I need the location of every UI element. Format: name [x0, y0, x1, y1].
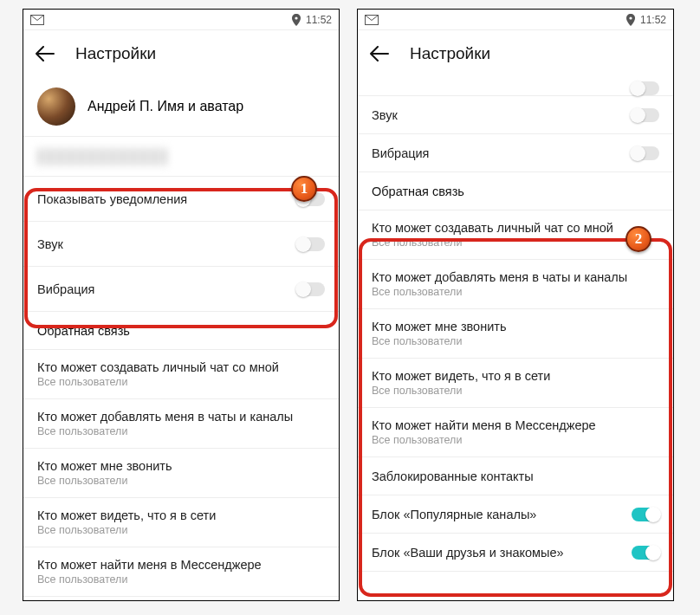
appbar: Настройки	[358, 30, 673, 77]
privacy-value: Все пользователи	[37, 524, 325, 536]
annotation-badge-1: 1	[291, 176, 317, 202]
privacy-value: Все пользователи	[37, 475, 325, 487]
privacy-title: Кто может видеть, что я в сети	[372, 369, 659, 383]
cut-off-row[interactable]	[358, 77, 673, 96]
switch-icon[interactable]	[632, 508, 659, 521]
toggle-vibration[interactable]: Вибрация	[358, 134, 673, 172]
feedback-label: Обратная связь	[372, 184, 659, 198]
toggle-vibration[interactable]: Вибрация	[23, 267, 339, 312]
statusbar-time: 11:52	[306, 14, 332, 26]
profile-row[interactable]: Андрей П. Имя и аватар	[23, 77, 339, 137]
privacy-item[interactable]: Кто может мне звонить Все пользователи	[23, 449, 339, 498]
toggle-popular-block[interactable]: Блок «Популярные каналы»	[358, 495, 673, 534]
privacy-value: Все пользователи	[37, 376, 325, 388]
privacy-value: Все пользователи	[37, 573, 325, 586]
privacy-title: Кто может мне звонить	[372, 320, 659, 333]
toggle-label: Вибрация	[372, 146, 632, 160]
blocked-label: Заблокированные контакты	[372, 469, 659, 483]
privacy-value: Все пользователи	[372, 335, 659, 347]
privacy-title: Кто может найти меня в Мессенджере	[37, 558, 325, 572]
settings-content-left: Андрей П. Имя и аватар Показывать уведом…	[23, 77, 339, 600]
page-title: Настройки	[410, 44, 490, 63]
appbar: Настройки	[23, 30, 339, 77]
svg-point-3	[629, 16, 632, 19]
privacy-item[interactable]: Кто может добавлять меня в чаты и каналы…	[358, 260, 673, 309]
switch-icon[interactable]	[297, 237, 325, 251]
switch-icon[interactable]	[297, 282, 325, 296]
profile-subtitle: Имя и аватар	[157, 99, 243, 113]
privacy-item[interactable]: Кто может найти меня в Мессенджере Все п…	[23, 547, 339, 597]
privacy-title: Кто может мне звонить	[37, 459, 325, 473]
blocked-contacts-row[interactable]: Заблокированные контакты	[358, 457, 673, 495]
privacy-value: Все пользователи	[372, 434, 659, 446]
privacy-item[interactable]: Кто может найти меня в Мессенджере Все п…	[358, 408, 673, 457]
privacy-value: Все пользователи	[372, 385, 659, 397]
page-title: Настройки	[75, 44, 156, 63]
blurred-row	[23, 137, 339, 177]
cut-label	[372, 83, 375, 96]
annotation-badge-2: 2	[625, 226, 651, 252]
toggle-label: Звук	[37, 237, 297, 251]
switch-icon[interactable]	[632, 108, 659, 122]
switch-icon[interactable]	[632, 81, 659, 95]
toggle-sound[interactable]: Звук	[358, 96, 673, 134]
privacy-title: Кто может найти меня в Мессенджере	[372, 418, 659, 432]
privacy-title: Кто может создавать личный чат со мной	[372, 221, 659, 235]
phone-screenshot-left: 11:52 Настройки Андрей П. Имя и аватар П…	[23, 9, 340, 601]
back-arrow-icon[interactable]	[36, 46, 55, 62]
avatar	[37, 87, 75, 126]
svg-point-1	[295, 16, 297, 19]
location-icon	[292, 14, 301, 26]
profile-name: Андрей П.	[88, 99, 153, 113]
switch-icon[interactable]	[632, 146, 659, 160]
location-icon	[626, 14, 635, 26]
settings-content-right: Звук Вибрация Обратная связь Кто может с…	[358, 77, 673, 600]
statusbar: 11:52	[358, 10, 673, 30]
privacy-item[interactable]: Кто может создавать личный чат со мной В…	[23, 350, 339, 399]
toggle-friends-block[interactable]: Блок «Ваши друзья и знакомые»	[358, 534, 673, 572]
privacy-item[interactable]: Кто может добавлять меня в чаты и каналы…	[23, 399, 339, 449]
privacy-title: Кто может добавлять меня в чаты и каналы	[37, 410, 325, 424]
feedback-row[interactable]: Обратная связь	[23, 312, 339, 350]
toggle-sound[interactable]: Звук	[23, 222, 339, 267]
privacy-value: Все пользователи	[37, 425, 325, 437]
toggle-label: Звук	[372, 108, 632, 122]
mail-icon	[30, 15, 44, 25]
privacy-item[interactable]: Кто может видеть, что я в сети Все польз…	[23, 498, 339, 547]
back-arrow-icon[interactable]	[370, 46, 389, 62]
statusbar: 11:52	[23, 10, 339, 30]
privacy-title: Кто может видеть, что я в сети	[37, 508, 325, 522]
privacy-title: Кто может создавать личный чат со мной	[37, 360, 325, 374]
feedback-row[interactable]: Обратная связь	[358, 172, 673, 210]
toggle-label: Блок «Популярные каналы»	[372, 508, 632, 521]
toggle-label: Вибрация	[37, 282, 297, 296]
blurred-content	[37, 148, 167, 165]
feedback-label: Обратная связь	[37, 324, 325, 338]
toggle-label: Блок «Ваши друзья и знакомые»	[372, 546, 632, 560]
statusbar-time: 11:52	[640, 14, 666, 26]
privacy-value: Все пользователи	[372, 286, 659, 298]
privacy-title: Кто может добавлять меня в чаты и каналы	[372, 270, 659, 284]
toggle-label: Показывать уведомления	[37, 192, 297, 206]
privacy-item[interactable]: Кто может мне звонить Все пользователи	[358, 309, 673, 359]
privacy-value: Все пользователи	[372, 236, 659, 249]
privacy-item[interactable]: Кто может видеть, что я в сети Все польз…	[358, 359, 673, 408]
mail-icon	[365, 15, 379, 25]
switch-icon[interactable]	[632, 546, 659, 560]
phone-screenshot-right: 11:52 Настройки Звук Вибрация Обратная с…	[357, 9, 674, 601]
